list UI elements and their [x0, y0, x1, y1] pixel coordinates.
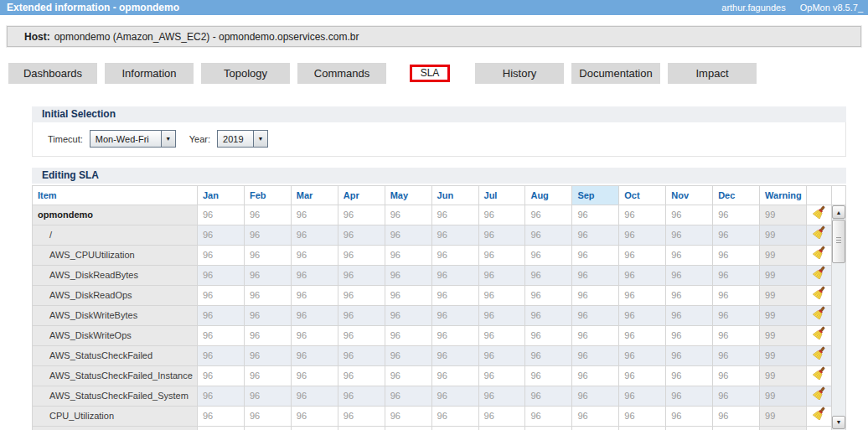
row-action-cell[interactable] [807, 366, 832, 386]
tab-information[interactable]: Information [105, 63, 194, 84]
month-value-cell-nov[interactable]: 96 [666, 407, 713, 427]
month-value-cell-oct[interactable]: 96 [619, 205, 666, 225]
year-select[interactable]: 2019 ▼ [217, 130, 268, 148]
month-value-cell-mar[interactable]: 96 [291, 286, 338, 306]
month-value-cell-jun[interactable]: 96 [431, 266, 478, 286]
broom-icon[interactable] [813, 346, 826, 360]
month-value-cell-nov[interactable]: 96 [666, 286, 713, 306]
tab-commands[interactable]: Commands [297, 63, 386, 84]
warning-value-cell[interactable]: 99 [760, 205, 807, 225]
month-value-cell-dec[interactable]: 96 [713, 286, 760, 306]
month-value-cell-jun[interactable]: 96 [431, 407, 478, 427]
month-value-cell-mar[interactable]: 96 [291, 407, 338, 427]
broom-icon[interactable] [813, 246, 826, 259]
month-value-cell-jul[interactable]: 96 [478, 266, 525, 286]
month-value-cell-jul[interactable]: 96 [478, 386, 525, 407]
month-value-cell-dec[interactable]: 96 [713, 205, 760, 225]
month-value-cell-jul[interactable]: 96 [478, 366, 525, 386]
tab-dashboards[interactable]: Dashboards [8, 63, 97, 84]
scrollbar-thumb[interactable] [832, 220, 845, 263]
month-value-cell-may[interactable]: 96 [385, 366, 431, 386]
month-value-cell-jun[interactable]: 96 [431, 246, 478, 266]
warning-value-cell[interactable]: 99 [760, 326, 807, 346]
month-value-cell-jan[interactable]: 96 [198, 225, 245, 246]
row-action-cell[interactable] [807, 246, 832, 266]
month-value-cell-apr[interactable]: 96 [338, 407, 385, 427]
month-value-cell-oct[interactable]: 96 [619, 346, 666, 366]
month-value-cell-sep[interactable]: 96 [572, 386, 619, 407]
month-value-cell-jan[interactable]: 96 [198, 346, 245, 366]
month-value-cell-nov[interactable]: 96 [666, 205, 713, 225]
month-value-cell-jul[interactable]: 96 [478, 205, 525, 225]
month-value-cell-nov[interactable]: 96 [666, 366, 713, 386]
month-value-cell-dec[interactable]: 96 [713, 266, 760, 286]
month-value-cell-aug[interactable]: 96 [525, 225, 572, 246]
month-value-cell-mar[interactable]: 96 [291, 246, 338, 266]
broom-icon[interactable] [813, 286, 826, 299]
month-value-cell-dec[interactable]: 96 [713, 246, 760, 266]
tab-documentation[interactable]: Documentation [571, 63, 660, 84]
broom-icon[interactable] [813, 386, 826, 400]
row-action-cell[interactable] [807, 286, 832, 306]
month-value-cell-mar[interactable]: 96 [291, 346, 338, 366]
broom-icon[interactable] [813, 266, 826, 279]
tab-topology[interactable]: Topology [201, 63, 290, 84]
month-value-cell-aug[interactable]: 96 [525, 306, 572, 326]
scroll-down-icon[interactable]: ▼ [832, 416, 845, 429]
month-value-cell-jun[interactable]: 96 [431, 366, 478, 386]
row-action-cell[interactable] [807, 205, 832, 225]
month-value-cell-aug[interactable]: 96 [525, 366, 572, 386]
month-value-cell-jan[interactable]: 96 [198, 386, 245, 407]
month-value-cell-jun[interactable]: 96 [431, 286, 478, 306]
warning-value-cell[interactable]: 99 [760, 286, 807, 306]
chevron-down-icon[interactable]: ▼ [161, 131, 175, 147]
month-value-cell-jul[interactable]: 96 [478, 246, 525, 266]
month-value-cell-dec[interactable]: 96 [713, 366, 760, 386]
month-value-cell-oct[interactable]: 96 [619, 266, 666, 286]
month-value-cell-oct[interactable]: 96 [619, 286, 666, 306]
timecut-select[interactable]: Mon-Wed-Fri ▼ [90, 130, 176, 148]
month-value-cell-apr[interactable]: 96 [338, 366, 385, 386]
month-value-cell-oct[interactable]: 96 [619, 246, 666, 266]
month-value-cell-jul[interactable]: 96 [478, 346, 525, 366]
logged-user[interactable]: arthur.fagundes [721, 3, 785, 13]
month-value-cell-mar[interactable]: 96 [291, 306, 338, 326]
month-value-cell-feb[interactable]: 96 [244, 306, 291, 326]
month-value-cell-jan[interactable]: 96 [198, 407, 245, 427]
month-value-cell-may[interactable]: 96 [385, 205, 431, 225]
month-value-cell-mar[interactable]: 96 [291, 366, 338, 386]
month-value-cell-jul[interactable]: 96 [478, 407, 525, 427]
month-value-cell-sep[interactable]: 96 [572, 326, 619, 346]
row-action-cell[interactable] [807, 306, 832, 326]
month-value-cell-apr[interactable]: 96 [338, 205, 385, 225]
month-value-cell-may[interactable]: 96 [385, 225, 431, 246]
month-value-cell-jul[interactable]: 96 [478, 326, 525, 346]
month-value-cell-feb[interactable]: 96 [244, 205, 291, 225]
scroll-up-icon[interactable]: ▲ [832, 205, 845, 219]
month-value-cell-dec[interactable]: 96 [713, 407, 760, 427]
month-value-cell-jun[interactable]: 96 [431, 386, 478, 407]
month-value-cell-mar[interactable]: 96 [291, 326, 338, 346]
month-value-cell-sep[interactable]: 96 [572, 286, 619, 306]
month-value-cell-jun[interactable]: 96 [431, 205, 478, 225]
month-value-cell-jul[interactable]: 96 [478, 225, 525, 246]
chevron-down-icon[interactable]: ▼ [253, 131, 267, 147]
month-value-cell-mar[interactable]: 96 [291, 225, 338, 246]
month-value-cell-jan[interactable]: 96 [198, 266, 245, 286]
tab-history[interactable]: History [475, 63, 564, 84]
warning-value-cell[interactable]: 99 [760, 306, 807, 326]
month-value-cell-apr[interactable]: 96 [338, 225, 385, 246]
row-action-cell[interactable] [807, 225, 832, 246]
month-value-cell-aug[interactable]: 96 [525, 205, 572, 225]
warning-value-cell[interactable]: 99 [760, 346, 807, 366]
month-value-cell-nov[interactable]: 96 [666, 225, 713, 246]
month-value-cell-oct[interactable]: 96 [619, 386, 666, 407]
month-value-cell-apr[interactable]: 96 [338, 266, 385, 286]
broom-icon[interactable] [813, 306, 826, 319]
month-value-cell-feb[interactable]: 96 [244, 386, 291, 407]
month-value-cell-feb[interactable]: 96 [244, 225, 291, 246]
row-action-cell[interactable] [807, 407, 832, 427]
month-value-cell-feb[interactable]: 96 [244, 266, 291, 286]
month-value-cell-may[interactable]: 96 [385, 306, 431, 326]
warning-value-cell[interactable]: 99 [760, 266, 807, 286]
